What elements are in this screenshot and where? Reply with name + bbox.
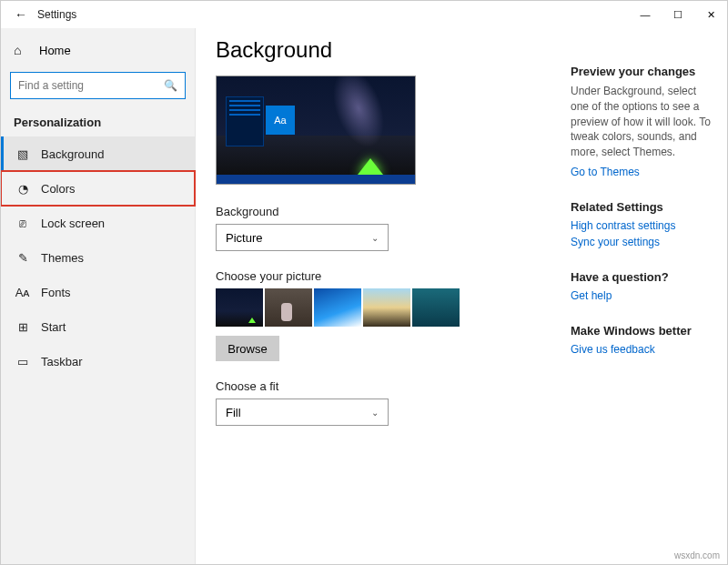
preview-tent bbox=[358, 158, 383, 175]
minimize-button[interactable]: — bbox=[629, 1, 662, 28]
maximize-button[interactable]: ☐ bbox=[662, 1, 694, 28]
sync-settings-link[interactable]: Sync your settings bbox=[571, 236, 716, 248]
sidebar-item-label: Taskbar bbox=[41, 355, 83, 368]
sidebar-item-start[interactable]: ⊞ Start bbox=[1, 309, 195, 344]
choose-picture-label: Choose your picture bbox=[216, 269, 571, 283]
window-title: Settings bbox=[37, 8, 76, 21]
right-panel: Preview your changes Under Background, s… bbox=[571, 28, 716, 564]
sidebar-item-label: Start bbox=[41, 320, 66, 334]
thumbnail-4[interactable] bbox=[363, 288, 410, 327]
search-box[interactable]: 🔍 bbox=[10, 72, 186, 99]
home-nav[interactable]: ⌂ Home bbox=[1, 34, 195, 66]
sidebar-item-lockscreen[interactable]: ⎚ Lock screen bbox=[1, 206, 195, 240]
sidebar-item-taskbar[interactable]: ▭ Taskbar bbox=[1, 344, 195, 378]
sidebar-item-colors[interactable]: ◔ Colors bbox=[1, 171, 195, 206]
preview-changes-block: Preview your changes Under Background, s… bbox=[571, 65, 716, 178]
preview-sky bbox=[323, 76, 394, 155]
taskbar-icon: ▭ bbox=[14, 355, 32, 368]
watermark: wsxdn.com bbox=[674, 550, 720, 560]
picture-thumbnails bbox=[216, 288, 571, 327]
feedback-block: Make Windows better Give us feedback bbox=[571, 324, 716, 356]
dropdown-value: Fill bbox=[226, 406, 241, 419]
go-to-themes-link[interactable]: Go to Themes bbox=[571, 166, 716, 178]
fonts-icon: Aᴀ bbox=[14, 286, 32, 299]
feedback-link[interactable]: Give us feedback bbox=[571, 343, 716, 356]
main-panel: Background Aa Background Picture ⌄ Choos… bbox=[216, 28, 571, 564]
thumbnail-2[interactable] bbox=[265, 288, 312, 327]
search-icon: 🔍 bbox=[164, 79, 177, 92]
start-icon: ⊞ bbox=[14, 320, 32, 334]
thumbnail-1[interactable] bbox=[216, 288, 263, 327]
background-label: Background bbox=[216, 205, 571, 218]
page-title: Background bbox=[216, 37, 571, 63]
background-preview: Aa bbox=[216, 76, 416, 185]
related-settings-block: Related Settings High contrast settings … bbox=[571, 200, 716, 248]
preview-taskbar bbox=[217, 175, 415, 184]
sidebar-item-label: Colors bbox=[41, 182, 76, 196]
sidebar-item-label: Lock screen bbox=[41, 217, 105, 230]
fit-label: Choose a fit bbox=[216, 379, 571, 393]
sidebar-item-label: Background bbox=[41, 147, 104, 161]
thumbnail-5[interactable] bbox=[412, 288, 460, 327]
back-icon: ← bbox=[15, 7, 27, 22]
question-block: Have a question? Get help bbox=[571, 270, 716, 302]
preview-window bbox=[226, 96, 264, 146]
search-input[interactable] bbox=[18, 79, 164, 92]
high-contrast-link[interactable]: High contrast settings bbox=[571, 219, 716, 232]
feedback-title: Make Windows better bbox=[571, 324, 716, 338]
back-button[interactable]: ← bbox=[8, 2, 34, 27]
sidebar: ⌂ Home 🔍 Personalization ▧ Background ◔ … bbox=[1, 28, 196, 564]
picture-icon: ▧ bbox=[14, 147, 32, 161]
browse-button[interactable]: Browse bbox=[216, 336, 279, 361]
sidebar-item-themes[interactable]: ✎ Themes bbox=[1, 240, 195, 275]
related-settings-title: Related Settings bbox=[571, 200, 716, 214]
dropdown-value: Picture bbox=[226, 231, 262, 245]
preview-changes-text: Under Background, select one of the opti… bbox=[571, 84, 716, 160]
home-label: Home bbox=[39, 44, 71, 57]
lockscreen-icon: ⎚ bbox=[14, 217, 32, 230]
preview-tile: Aa bbox=[266, 106, 295, 135]
palette-icon: ◔ bbox=[14, 182, 32, 196]
section-header: Personalization bbox=[1, 108, 195, 136]
sidebar-item-background[interactable]: ▧ Background bbox=[1, 136, 195, 171]
get-help-link[interactable]: Get help bbox=[571, 289, 716, 302]
themes-icon: ✎ bbox=[14, 251, 32, 265]
question-title: Have a question? bbox=[571, 270, 716, 284]
preview-changes-title: Preview your changes bbox=[571, 65, 716, 78]
fit-dropdown[interactable]: Fill ⌄ bbox=[216, 399, 389, 426]
thumbnail-3[interactable] bbox=[314, 288, 361, 327]
chevron-down-icon: ⌄ bbox=[371, 408, 379, 418]
chevron-down-icon: ⌄ bbox=[371, 233, 379, 243]
sidebar-item-label: Themes bbox=[41, 251, 84, 265]
home-icon: ⌂ bbox=[14, 43, 30, 57]
sidebar-item-fonts[interactable]: Aᴀ Fonts bbox=[1, 275, 195, 309]
sidebar-item-label: Fonts bbox=[41, 286, 71, 299]
window-controls: — ☐ ✕ bbox=[629, 1, 727, 28]
close-button[interactable]: ✕ bbox=[694, 1, 727, 28]
titlebar: ← Settings — ☐ ✕ bbox=[1, 1, 727, 28]
background-dropdown[interactable]: Picture ⌄ bbox=[216, 224, 389, 251]
